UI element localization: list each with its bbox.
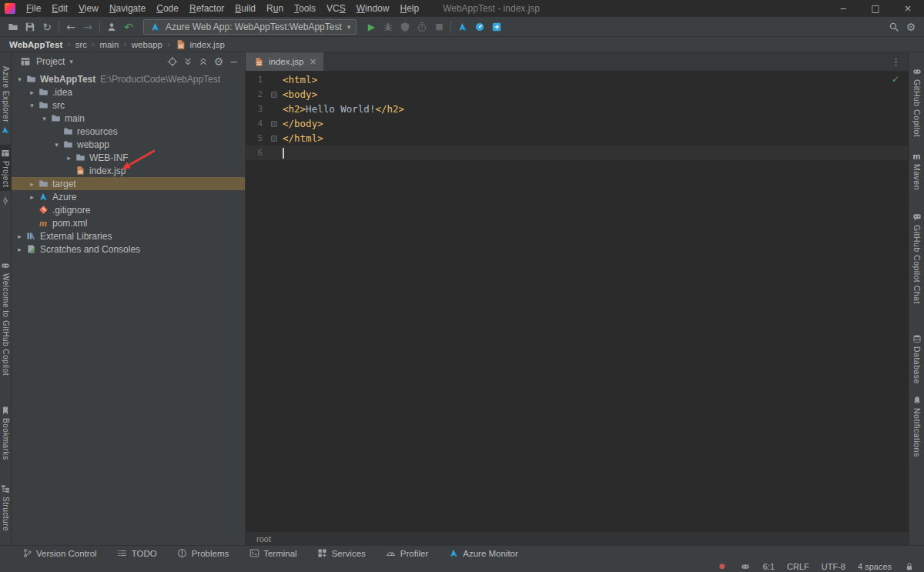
status-6-1[interactable]: 6:1 (763, 562, 775, 571)
menu-build[interactable]: Build (229, 0, 261, 17)
menu-help[interactable]: Help (394, 0, 424, 17)
breadcrumb-webapp[interactable]: webapp (130, 40, 164, 49)
menu-file[interactable]: File (21, 0, 46, 17)
stop-icon: ■ (430, 18, 447, 35)
rollback-icon[interactable]: ↶ (120, 18, 137, 35)
settings-icon[interactable]: ⚙ (902, 18, 919, 35)
tree-item-external-libraries[interactable]: ▸External Libraries (12, 229, 245, 243)
tree-item-resources[interactable]: resources (12, 125, 245, 138)
copilot-status-icon[interactable] (740, 561, 751, 572)
tool-button-version-control[interactable]: Version Control (22, 548, 97, 559)
menu-edit[interactable]: Edit (46, 0, 73, 17)
tool-stripe-github-copilot-chat[interactable]: GitHub Copilot Chat (909, 209, 924, 307)
tab-index-jsp[interactable]: index.jsp × (246, 52, 323, 71)
tool-stripe-commit[interactable] (0, 192, 11, 209)
tool-button-azure-monitor[interactable]: Azure Monitor (448, 548, 518, 559)
tool-button-todo[interactable]: TODO (117, 548, 157, 559)
inspection-status-icon[interactable]: ✓ (892, 74, 899, 85)
tree-item-pom-xml[interactable]: mpom.xml (12, 216, 245, 229)
tree-item-webapp[interactable]: ▾webapp (12, 138, 245, 151)
tree-item-webapptest[interactable]: ▾WebAppTestE:\ProductCode\WebAppTest (12, 72, 245, 85)
editor-menu-icon[interactable]: ⋮ (888, 56, 904, 68)
tool-button-label: Services (332, 549, 366, 558)
user-icon[interactable] (103, 18, 120, 35)
tree-item-gitignore[interactable]: .gitignore (12, 203, 245, 216)
maven-icon: m (37, 217, 49, 229)
project-panel-title[interactable]: Project (36, 56, 65, 67)
menu-navigate[interactable]: Navigate (104, 0, 151, 17)
line-number[interactable]: 2 (246, 89, 263, 99)
hide-icon[interactable]: − (226, 54, 242, 69)
tool-button-profiler[interactable]: Profiler (386, 548, 428, 559)
tree-item-target[interactable]: ▸target (12, 177, 245, 190)
tree-item-web-inf[interactable]: ▸WEB-INF (12, 151, 245, 164)
settings-icon[interactable]: ⚙ (211, 54, 226, 69)
tool-stripe-github-copilot[interactable]: GitHub Copilot (909, 63, 924, 140)
tool-stripe-bookmarks[interactable]: Bookmarks (0, 402, 11, 463)
tool-stripe-notifications[interactable]: Notifications (909, 392, 924, 460)
collapse-all-icon[interactable] (196, 54, 211, 69)
tool-stripe-maven[interactable]: mMaven (909, 148, 924, 193)
code-area[interactable]: ✓ 1<html>2<body>3<h2>Hello World!</h2>4<… (246, 71, 909, 531)
tool-button-terminal[interactable]: Terminal (249, 548, 296, 559)
breadcrumb-src[interactable]: src (74, 40, 89, 49)
menu-refactor[interactable]: Refactor (184, 0, 229, 17)
tool-stripe-welcome-to-github-copilot[interactable]: Welcome to GitHub Copilot (0, 257, 11, 379)
red-dot-icon[interactable]: ● (717, 561, 728, 572)
breadcrumb-webapptest[interactable]: WebAppTest (8, 40, 64, 49)
status-utf-8[interactable]: UTF-8 (822, 562, 845, 571)
status-crlf[interactable]: CRLF (787, 562, 809, 571)
tool-button-services[interactable]: Services (317, 548, 366, 559)
breadcrumb-index-jsp[interactable]: index.jsp (173, 38, 226, 51)
menu-code[interactable]: Code (151, 0, 184, 17)
back-arrow-icon[interactable]: ← (62, 18, 79, 35)
folder-icon (37, 178, 49, 190)
menu-run[interactable]: Run (261, 0, 289, 17)
menu-window[interactable]: Window (351, 0, 395, 17)
save-icon[interactable] (22, 18, 38, 35)
locate-icon[interactable] (165, 54, 180, 69)
line-number[interactable]: 6 (246, 148, 263, 158)
run-button[interactable]: ▶ (363, 18, 380, 35)
sync-icon[interactable]: ↻ (38, 18, 55, 35)
line-number[interactable]: 3 (246, 104, 263, 114)
azure-arrow-icon[interactable] (488, 18, 505, 35)
line-number[interactable]: 4 (246, 119, 263, 129)
tool-stripe-structure[interactable]: Structure (0, 480, 11, 534)
minimize-button[interactable]: − (827, 0, 859, 17)
maximize-button[interactable]: □ (859, 0, 892, 17)
tree-item-main[interactable]: ▾main (12, 112, 245, 125)
forward-arrow-icon[interactable]: → (79, 18, 96, 35)
tool-stripe-project[interactable]: Project (0, 145, 11, 191)
chevron-down-icon[interactable]: ▾ (69, 58, 73, 65)
expand-all-icon[interactable] (180, 54, 196, 69)
tree-item-azure[interactable]: ▸Azure (12, 190, 245, 203)
menu-vcs[interactable]: VCS (321, 0, 351, 17)
tool-button-problems[interactable]: Problems (177, 548, 229, 559)
tree-item-scratches-and-consoles[interactable]: ▸Scratches and Consoles (12, 243, 245, 256)
azure-icon[interactable] (454, 18, 471, 35)
window-title: WebAppTest - index.jsp (443, 3, 540, 14)
open-folder-icon[interactable] (5, 18, 22, 35)
toolbar-separator (450, 21, 451, 33)
tool-stripe-label: Database (912, 346, 922, 384)
status-4-spaces[interactable]: 4 spaces (858, 562, 892, 571)
close-icon[interactable]: × (309, 56, 316, 67)
azure-gauge-icon[interactable] (471, 18, 488, 35)
tool-stripe-azure-explorer[interactable]: Azure Explorer (0, 63, 11, 139)
tree-item-index-jsp[interactable]: index.jsp (12, 164, 245, 177)
breadcrumb-main[interactable]: main (98, 40, 120, 49)
search-icon[interactable] (886, 18, 902, 35)
tool-stripe-database[interactable]: Database (909, 330, 924, 387)
menu-view[interactable]: View (73, 0, 104, 17)
editor-breadcrumb-item[interactable]: root (256, 534, 271, 544)
menu-tools[interactable]: Tools (289, 0, 321, 17)
tool-button-label: Profiler (400, 549, 428, 558)
tree-item-idea[interactable]: ▸.idea (12, 85, 245, 99)
close-button[interactable]: × (892, 0, 924, 17)
tree-item-src[interactable]: ▾src (12, 99, 245, 112)
lock-icon[interactable] (904, 561, 915, 572)
line-number[interactable]: 1 (246, 75, 263, 85)
run-config-select[interactable]: Azure Web App: WebAppTest:WebAppTest ▾ (143, 19, 357, 35)
line-number[interactable]: 5 (246, 133, 263, 143)
